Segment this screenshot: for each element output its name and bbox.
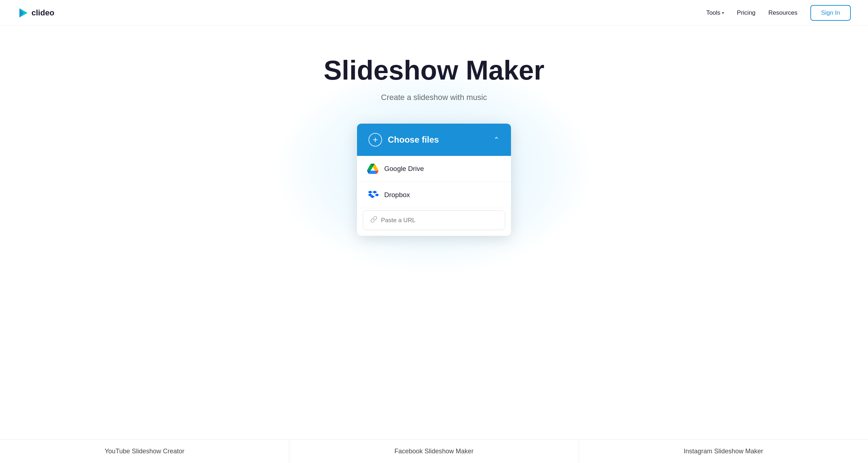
choose-files-button[interactable]: + Choose files ⌃ (357, 124, 511, 156)
pricing-nav-link[interactable]: Pricing (737, 9, 756, 16)
chevron-up-icon: ⌃ (493, 135, 500, 144)
bottom-links: YouTube Slideshow Creator Facebook Slide… (0, 439, 868, 463)
bottom-link-facebook[interactable]: Facebook Slideshow Maker (289, 440, 579, 463)
bottom-link-instagram[interactable]: Instagram Slideshow Maker (579, 440, 868, 463)
hero-subtitle: Create a slideshow with music (381, 93, 487, 102)
dropbox-label: Dropbox (384, 191, 410, 199)
plus-circle-icon: + (368, 133, 382, 147)
signin-button[interactable]: Sign In (810, 5, 851, 21)
tools-chevron-icon: ▾ (722, 10, 724, 15)
dropbox-item[interactable]: Dropbox (357, 182, 511, 208)
google-drive-item[interactable]: Google Drive (357, 156, 511, 182)
bottom-link-youtube[interactable]: YouTube Slideshow Creator (0, 440, 289, 463)
google-drive-icon (367, 163, 378, 175)
page-title: Slideshow Maker (324, 54, 545, 86)
resources-nav-link[interactable]: Resources (768, 9, 797, 16)
dropbox-icon (367, 189, 378, 201)
upload-widget: + Choose files ⌃ Google Drive (357, 124, 511, 236)
choose-files-left: + Choose files (368, 133, 439, 147)
logo-text: clideo (32, 8, 54, 18)
dropdown-panel: Google Drive Dropbox (357, 156, 511, 236)
link-icon (370, 216, 377, 225)
choose-files-label: Choose files (388, 135, 439, 145)
google-drive-label: Google Drive (384, 165, 424, 173)
nav-links: Tools ▾ Pricing Resources Sign In (706, 5, 851, 21)
url-input-row (363, 210, 505, 230)
navbar: clideo Tools ▾ Pricing Resources Sign In (0, 0, 868, 26)
tools-nav-link[interactable]: Tools ▾ (706, 9, 724, 16)
logo[interactable]: clideo (17, 7, 54, 19)
url-input[interactable] (381, 217, 498, 224)
hero-section: Slideshow Maker Create a slideshow with … (0, 26, 868, 463)
